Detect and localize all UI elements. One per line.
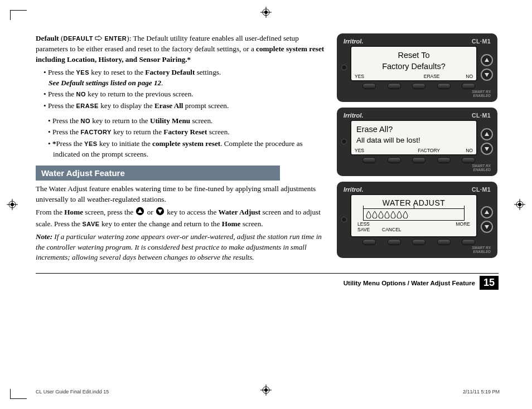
softkey-no: NO [466,74,473,79]
drop-icon [384,211,390,218]
device-button [412,83,425,89]
down-arrow-button [481,221,493,233]
softkey-factory: FACTORY [418,148,440,153]
brand-label: Irritrol. [344,38,363,45]
water-scale [363,208,465,221]
registration-mark-left [7,199,18,210]
footer-rule [36,273,499,274]
brand-label: Irritrol. [344,112,363,119]
device-button [388,239,401,245]
device-button [462,157,475,163]
drop-icon [372,211,378,218]
device-button [362,239,376,245]
device-mockup-water-adjust: Irritrol. CL·M1 WATER ADJUST [337,182,497,258]
sub-yes-complete-reset: *Press the YES key to initiate the compl… [48,139,327,159]
device-button [437,157,451,163]
softkey-save: SAVE [357,227,370,232]
softkey-yes: YES [355,148,364,153]
water-adjust-note: Note: If a particular watering zone appe… [36,232,327,263]
registration-mark-right [514,199,525,210]
drop-icon [378,211,384,218]
crop-mark-bl [10,389,27,399]
less-label: LESS [357,221,370,227]
smart-rx-label: SMART RXENABLED [341,164,491,172]
device-button [437,83,451,89]
default-intro-paragraph: Default (DEFAULT ENTER): The Default uti… [36,33,327,65]
registration-mark-top [260,7,272,18]
right-arrow-icon [95,34,103,45]
smart-rx-label: SMART RXENABLED [341,246,491,254]
up-arrow-button [481,206,493,218]
device-button [362,83,376,89]
lcd-screen-water-adjust: WATER ADJUST [350,194,477,237]
model-label: CL·M1 [472,112,491,119]
device-button [362,157,376,163]
drop-icon [403,211,408,218]
softkey-yes: YES [355,74,364,79]
drop-icon [366,211,371,218]
up-triangle-icon [136,207,144,219]
led-indicator [341,217,347,222]
page-number: 15 [480,276,499,290]
softkey-cancel: CANCEL [382,227,401,232]
default-title: Default [36,34,59,42]
down-arrow-button [481,69,493,81]
bullet-yes-factory-default: Press the YES key to reset to the Factor… [43,67,327,88]
sub-factory-reset: Press the FACTORY key to return the Fact… [48,127,327,138]
device-button [388,83,401,89]
device-button [388,157,401,163]
up-arrow-button [481,54,493,66]
indd-filename: CL User Guide Final Edit.indd 15 [36,389,109,395]
device-button [412,239,425,245]
sub-no-utility-menu: Press the NO key to return to the Utilit… [48,116,327,126]
bullet-erase-all: Press the ERASE key to display the Erase… [43,101,327,111]
device-button [437,239,451,245]
crop-mark-tl [10,10,27,20]
lcd-screen-reset: Reset To Factory Defaults? YES ERASE NO [350,46,477,81]
up-arrow-button [481,128,493,140]
smart-rx-label: SMART RXENABLED [341,90,491,98]
water-adjust-header: Water Adjust Feature [36,165,280,181]
brand-label: Irritrol. [344,186,363,193]
footer-section-text: Utility Menu Options / Water Adjust Feat… [344,280,475,286]
drop-icon [396,211,402,218]
device-mockup-reset: Irritrol. CL·M1 Reset To Factory Default… [337,33,497,102]
device-button [412,157,425,163]
device-mockup-erase: Irritrol. CL·M1 Erase All? All data will… [337,108,497,176]
softkey-no: NO [466,148,473,153]
led-indicator [341,65,347,70]
lcd-screen-erase: Erase All? All data will be lost! YES FA… [350,120,477,155]
water-adjust-p2: From the Home screen, press the or key t… [36,207,327,229]
down-triangle-icon [156,207,165,219]
device-button [462,239,475,245]
water-adjust-p1: The Water Adjust feature enables waterin… [36,184,327,204]
device-button [462,83,475,89]
indd-timestamp: 2/11/11 5:19 PM [463,389,500,395]
drop-icon [390,211,396,218]
bullet-no-previous: Press the NO key to return to the previo… [43,89,327,100]
softkey-erase: ERASE [424,74,440,79]
down-arrow-button [481,143,493,155]
model-label: CL·M1 [472,186,491,193]
model-label: CL·M1 [472,38,491,45]
led-indicator [341,139,347,144]
more-label: MORE [456,221,471,227]
